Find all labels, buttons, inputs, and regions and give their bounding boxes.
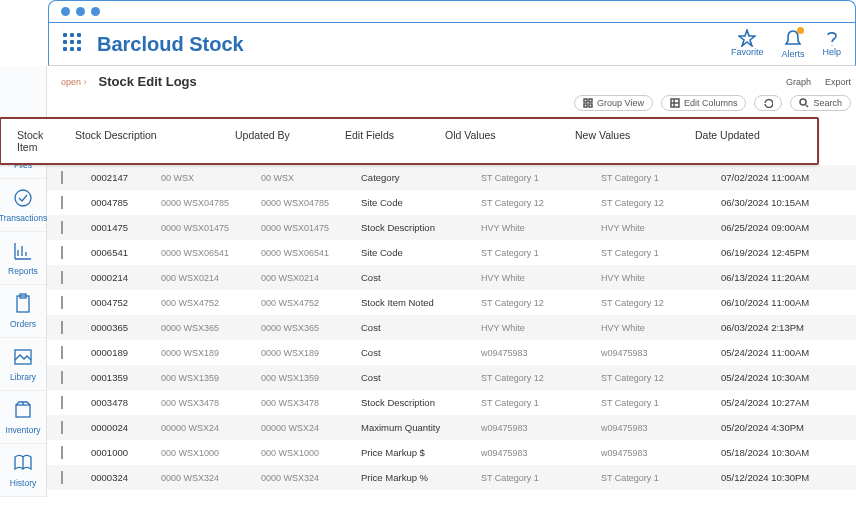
cell-new: ST Category 1 <box>601 173 721 183</box>
cell-date: 06/19/2024 12:45PM <box>721 247 851 258</box>
table-row[interactable]: 0001000000 WSX1000000 WSX1000Price Marku… <box>47 440 856 465</box>
svg-rect-6 <box>16 405 30 417</box>
col-date-updated[interactable]: Date Updated <box>695 129 825 153</box>
favorite-label: Favorite <box>731 47 764 57</box>
table-row[interactable]: 00003240000 WSX3240000 WSX324Price Marku… <box>47 465 856 490</box>
toolbar-label: Search <box>813 98 842 108</box>
toolbar-label: Group View <box>597 98 644 108</box>
refresh-button[interactable] <box>754 95 782 111</box>
sidebar-item-inventory[interactable]: Inventory <box>0 391 46 444</box>
cell-desc: 0000 WSX01475 <box>161 223 261 233</box>
cell-stock: 0000024 <box>91 422 161 433</box>
cell-stock: 0003478 <box>91 397 161 408</box>
cell-desc: 00000 WSX24 <box>161 423 261 433</box>
row-checkbox[interactable] <box>61 271 63 284</box>
sidebar-item-label: Inventory <box>6 425 41 435</box>
breadcrumb[interactable]: open › <box>61 77 87 87</box>
window-dot[interactable] <box>91 7 100 16</box>
cell-desc: 0000 WSX04785 <box>161 198 261 208</box>
table-row[interactable]: 00001890000 WSX1890000 WSX189Costw094759… <box>47 340 856 365</box>
svg-point-12 <box>800 99 806 105</box>
table-row[interactable]: 00047850000 WSX047850000 WSX04785Site Co… <box>47 190 856 215</box>
cell-old: ST Category 12 <box>481 373 601 383</box>
table-row[interactable]: 000214700 WSX00 WSXCategoryST Category 1… <box>47 165 856 190</box>
book-icon <box>12 452 34 474</box>
chart-icon <box>12 240 34 262</box>
col-new-values[interactable]: New Values <box>575 129 695 153</box>
sidebar-item-orders[interactable]: Orders <box>0 285 46 338</box>
row-checkbox[interactable] <box>61 296 63 309</box>
table-row[interactable]: 0001359000 WSX1359000 WSX1359CostST Cate… <box>47 365 856 390</box>
table-row[interactable]: 0000214000 WSX0214000 WSX0214CostHVY Whi… <box>47 265 856 290</box>
cell-old: ST Category 1 <box>481 398 601 408</box>
row-checkbox[interactable] <box>61 371 63 384</box>
cell-field: Cost <box>361 272 481 283</box>
sidebar-item-label: Library <box>10 372 36 382</box>
cell-new: HVY White <box>601 273 721 283</box>
cell-field: Price Markup % <box>361 472 481 483</box>
cell-desc: 000 WSX0214 <box>161 273 261 283</box>
row-checkbox[interactable] <box>61 421 63 434</box>
app-title: Barcloud Stock <box>97 33 244 56</box>
cell-new: ST Category 1 <box>601 248 721 258</box>
table-row[interactable]: 00003650000 WSX3650000 WSX365CostHVY Whi… <box>47 315 856 340</box>
col-stock-description[interactable]: Stock Description <box>45 129 235 153</box>
row-checkbox[interactable] <box>61 196 63 209</box>
row-checkbox[interactable] <box>61 471 63 484</box>
cell-stock: 0001475 <box>91 222 161 233</box>
table-row[interactable]: 0004752000 WSX4752000 WSX4752Stock Item … <box>47 290 856 315</box>
apps-grid-icon[interactable] <box>63 33 85 55</box>
cell-new: HVY White <box>601 223 721 233</box>
cell-old: ST Category 1 <box>481 473 601 483</box>
cell-field: Category <box>361 172 481 183</box>
window-dot[interactable] <box>61 7 70 16</box>
col-stock-item[interactable]: Stock Item <box>15 129 45 153</box>
sidebar-item-transactions[interactable]: Transactions <box>0 179 46 232</box>
col-old-values[interactable]: Old Values <box>445 129 575 153</box>
cell-old: HVY White <box>481 323 601 333</box>
window-dot[interactable] <box>76 7 85 16</box>
cell-new: w09475983 <box>601 348 721 358</box>
table-row[interactable]: 0003478000 WSX3478000 WSX3478Stock Descr… <box>47 390 856 415</box>
cell-field: Cost <box>361 322 481 333</box>
col-edit-fields[interactable]: Edit Fields <box>345 129 445 153</box>
cell-new: ST Category 12 <box>601 373 721 383</box>
edit-columns-button[interactable]: Edit Columns <box>661 95 747 111</box>
row-checkbox[interactable] <box>61 171 63 184</box>
alerts-button[interactable]: Alerts <box>781 29 804 59</box>
export-link[interactable]: Export <box>825 77 851 87</box>
sidebar-item-history[interactable]: History <box>0 444 46 497</box>
cell-field: Price Markup $ <box>361 447 481 458</box>
graph-link[interactable]: Graph <box>786 77 811 87</box>
row-checkbox[interactable] <box>61 321 63 334</box>
row-checkbox[interactable] <box>61 446 63 459</box>
cell-desc: 000 WSX4752 <box>161 298 261 308</box>
table-row[interactable]: 00014750000 WSX014750000 WSX01475Stock D… <box>47 215 856 240</box>
cell-stock: 0001000 <box>91 447 161 458</box>
row-checkbox[interactable] <box>61 346 63 359</box>
row-checkbox[interactable] <box>61 221 63 234</box>
favorite-button[interactable]: Favorite <box>731 29 764 59</box>
cell-date: 05/20/2024 4:30PM <box>721 422 851 433</box>
col-updated-by[interactable]: Updated By <box>235 129 345 153</box>
table-row[interactable]: 00065410000 WSX065410000 WSX06541Site Co… <box>47 240 856 265</box>
table-row[interactable]: 000002400000 WSX2400000 WSX24Maximum Qua… <box>47 415 856 440</box>
sidebar-item-reports[interactable]: Reports <box>0 232 46 285</box>
svg-rect-8 <box>589 99 592 102</box>
cell-field: Maximum Quantity <box>361 422 481 433</box>
row-checkbox[interactable] <box>61 246 63 259</box>
cell-by: 0000 WSX01475 <box>261 223 361 233</box>
question-icon <box>823 29 841 47</box>
cell-by: 0000 WSX04785 <box>261 198 361 208</box>
row-checkbox[interactable] <box>61 396 63 409</box>
box-icon <box>12 399 34 421</box>
search-button[interactable]: Search <box>790 95 851 111</box>
help-button[interactable]: Help <box>822 29 841 59</box>
cell-date: 06/03/2024 2:13PM <box>721 322 851 333</box>
svg-rect-10 <box>589 104 592 107</box>
cell-old: ST Category 12 <box>481 298 601 308</box>
sidebar-item-label: Transactions <box>0 213 47 223</box>
group-view-button[interactable]: Group View <box>574 95 653 111</box>
sidebar-item-library[interactable]: Library <box>0 338 46 391</box>
cell-old: HVY White <box>481 273 601 283</box>
